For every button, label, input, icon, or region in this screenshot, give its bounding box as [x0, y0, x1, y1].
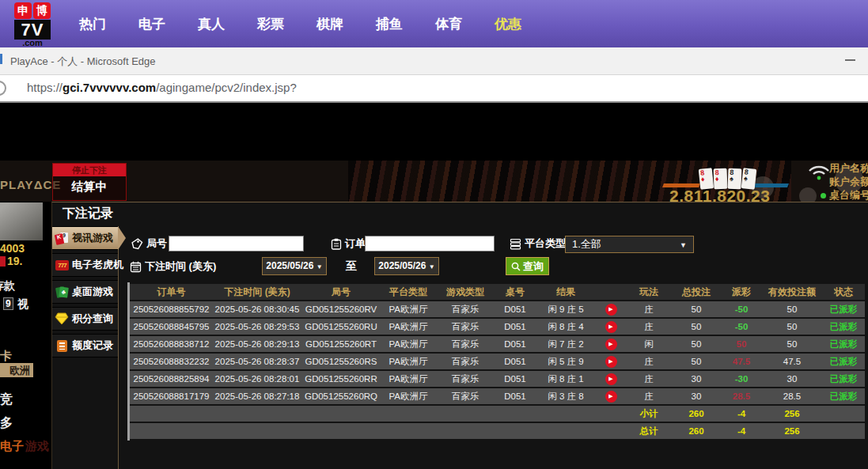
nav-item-board[interactable]: 棋牌: [316, 15, 343, 33]
cell-payout: 28.5: [721, 388, 762, 404]
cell-order-no: 250526088825894: [130, 371, 213, 387]
cell-total-bet: 50: [672, 354, 721, 369]
replay-play-icon[interactable]: ▶: [605, 304, 617, 316]
cell-play: 庄: [626, 319, 672, 335]
subtotal-row: 小计 260 -4 256: [130, 406, 865, 422]
sidebar: 9K 视讯游戏 777 电子老虎机 ♣ 桌面游戏: [52, 226, 119, 469]
header-round-no: 局号: [301, 284, 381, 300]
sidebar-item-live-games[interactable]: 9K 视讯游戏: [52, 226, 118, 250]
site-logo[interactable]: 申 博 7V .com: [14, 2, 52, 47]
browser-titlebar: PlayAce - 个人 - Microsoft Edge: [0, 47, 868, 75]
settling-label: 结算中: [53, 180, 126, 195]
cell-result: 闲 8 庄 4: [536, 319, 596, 335]
sidebar-item-points[interactable]: 积分查询: [52, 307, 118, 331]
cell-platform: PA欧洲厅: [381, 388, 436, 404]
bet-records-panel: 下注记录 9K 视讯游戏 777 电子老虎机 ♣ 桌面游戏: [51, 202, 868, 469]
bg-number-fragment: 19.: [7, 255, 22, 267]
cell-replay: ▶: [596, 388, 626, 404]
subtotal-payout: -4: [721, 406, 762, 422]
bg-sport-fragment: 竞: [0, 391, 13, 408]
replay-play-icon[interactable]: ▶: [605, 339, 617, 350]
round-no-input[interactable]: [169, 236, 304, 252]
cards-icon: 9K: [55, 232, 70, 246]
nav-item-fishing[interactable]: 捕鱼: [376, 15, 403, 33]
cell-valid-bet: 30: [762, 371, 822, 387]
betting-status-box: 停止下注 结算中: [52, 163, 127, 201]
cell-payout: 50: [721, 336, 762, 352]
sidebar-item-table-games[interactable]: ♣ 桌面游戏: [52, 280, 118, 304]
stop-betting-label: 停止下注: [53, 164, 126, 176]
panel-title: 下注记录: [63, 206, 113, 222]
replay-play-icon[interactable]: ▶: [605, 321, 617, 333]
nav-item-live[interactable]: 真人: [198, 15, 225, 33]
records-table: 订单号 下注时间 (美东) 局号 平台类型 游戏类型 桌号 结果 玩法 总投注 …: [127, 282, 865, 441]
date-from-select[interactable]: 2025/05/26 ▼: [262, 257, 327, 275]
cell-bet-time: 2025-05-26 08:29:13: [213, 336, 301, 352]
order-no-input[interactable]: [365, 236, 495, 252]
bg-europe-fragment: 欧洲: [0, 363, 33, 377]
date-to-value: 2025/05/26: [378, 260, 426, 271]
platform-list-icon: [510, 238, 521, 250]
cell-round-no: GD051255260RU: [301, 319, 381, 335]
total-valid-bet: 256: [762, 423, 822, 439]
subtotal-total-bet: 260: [672, 406, 721, 422]
platform-type-select[interactable]: 1.全部 ▼: [565, 236, 694, 253]
cell-round-no: GD051255260RV: [301, 301, 381, 317]
header-bet-time: 下注时间 (美东): [213, 284, 301, 300]
date-to-select[interactable]: 2025/05/26 ▼: [374, 257, 439, 275]
replay-play-icon[interactable]: ▶: [605, 356, 617, 368]
nav-item-sports[interactable]: 体育: [435, 15, 462, 33]
sidebar-item-credit-log[interactable]: 额度记录: [52, 334, 118, 357]
table-header-row: 订单号 下注时间 (美东) 局号 平台类型 游戏类型 桌号 结果 玩法 总投注 …: [130, 284, 865, 300]
header-game-type: 游戏类型: [436, 284, 495, 300]
cell-valid-bet: 50: [762, 336, 822, 352]
nav-item-hot[interactable]: 热门: [79, 15, 106, 33]
cell-total-bet: 30: [672, 388, 721, 404]
table-games-icon: ♣: [55, 286, 70, 300]
wifi-icon: [807, 164, 831, 181]
sidebar-item-label: 视讯游戏: [72, 231, 113, 245]
replay-play-icon[interactable]: ▶: [605, 391, 617, 403]
cell-valid-bet: 50: [762, 319, 822, 335]
cell-game-type: 百家乐: [436, 336, 495, 352]
bet-time-label-group: 下注时间 (美东): [130, 259, 216, 274]
cell-table-no: D051: [495, 354, 536, 369]
header-valid-bet: 有效投注额: [762, 284, 822, 300]
username-label: 用户名称: [829, 161, 868, 175]
cell-round-no: GD051255260RT: [301, 336, 381, 352]
reload-icon[interactable]: [0, 81, 6, 96]
header-replay: [596, 284, 626, 300]
calendar-icon: [130, 261, 142, 273]
sidebar-item-slots[interactable]: 777 电子老虎机: [52, 253, 118, 277]
cell-replay: ▶: [596, 371, 626, 387]
cell-bet-time: 2025-05-26 08:30:45: [213, 301, 301, 317]
table-row: 250526088825894 2025-05-26 08:28:01 GD05…: [130, 371, 865, 387]
chevron-down-icon: ▼: [680, 237, 687, 253]
cell-game-type: 百家乐: [436, 371, 495, 387]
cell-status: 已派彩: [822, 354, 865, 369]
cell-valid-bet: 47.5: [762, 354, 822, 369]
nav-item-promo[interactable]: 优惠: [495, 15, 521, 33]
tag-icon: [131, 238, 143, 250]
header-platform: 平台类型: [381, 284, 436, 300]
cell-bet-time: 2025-05-26 08:28:01: [213, 371, 301, 387]
cell-bet-time: 2025-05-26 08:29:53: [213, 319, 301, 335]
screen: 申 博 7V .com 热门 电子 真人 彩票 棋牌 捕鱼 体育 优惠 Play…: [0, 0, 868, 469]
query-button[interactable]: 查询: [506, 257, 549, 275]
cell-order-no: 250526088855792: [130, 301, 213, 317]
replay-play-icon[interactable]: ▶: [605, 373, 617, 385]
cell-total-bet: 50: [672, 301, 721, 317]
casino-banner: PLAYΔCE 停止下注 结算中 8♦ 8♦ 8♠ 8♠ 2,811,820.2…: [0, 161, 868, 202]
total-label: 总计: [626, 423, 672, 439]
url-text[interactable]: https://gci.7vvvvvv.com/agingame/pcv2/in…: [27, 81, 297, 94]
bg-badge-fragment: 9: [3, 297, 13, 310]
cell-replay: ▶: [596, 301, 626, 317]
table-number-label: 桌台编号: [829, 188, 868, 202]
browser-addressbar[interactable]: https://gci.7vvvvvv.com/agingame/pcv2/in…: [0, 75, 868, 103]
nav-item-slots[interactable]: 电子: [138, 15, 165, 33]
cell-round-no: GD051255260RR: [301, 371, 381, 387]
cell-status: 已派彩: [822, 388, 865, 404]
minimize-icon[interactable]: [845, 59, 855, 61]
table-rows: 250526088855792 2025-05-26 08:30:45 GD05…: [130, 301, 865, 404]
nav-item-lottery[interactable]: 彩票: [257, 15, 284, 33]
